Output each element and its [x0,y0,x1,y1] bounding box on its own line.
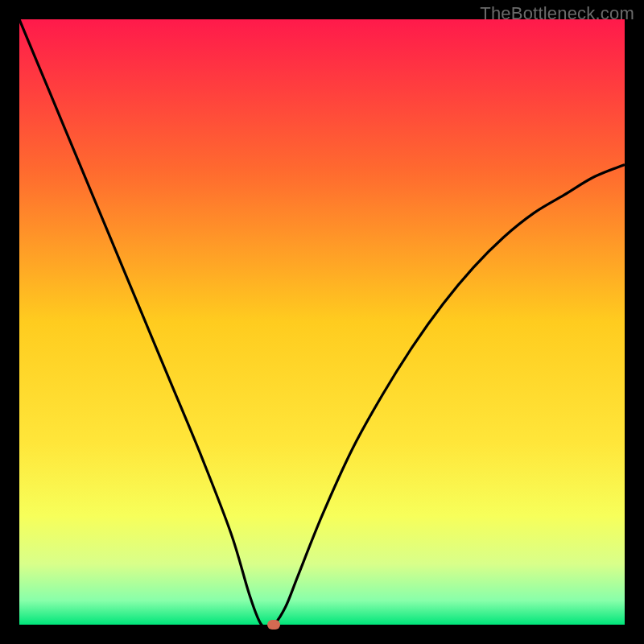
bottleneck-curve [19,19,625,625]
optimal-point-marker [267,620,280,630]
watermark-text: TheBottleneck.com [480,3,634,24]
plot-frame [19,19,625,625]
plot-area [19,19,625,625]
curve-layer [19,19,625,625]
chart-container: TheBottleneck.com [0,0,644,644]
